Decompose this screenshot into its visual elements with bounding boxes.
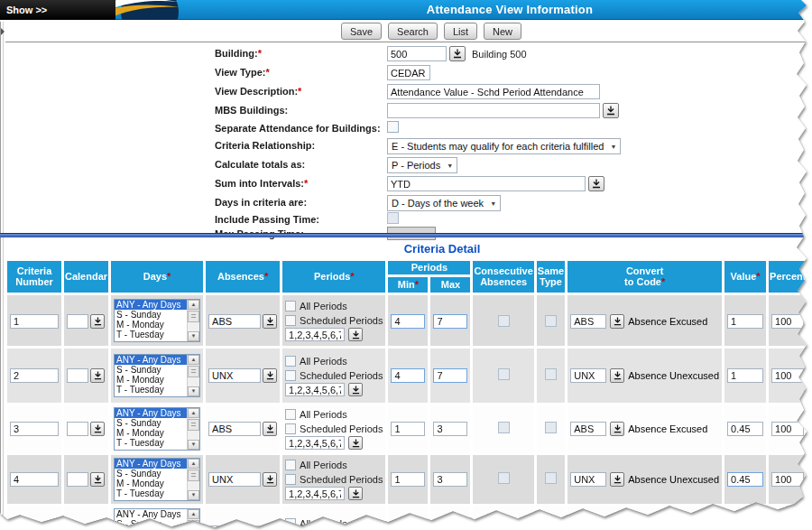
scheduled-periods-checkbox[interactable] — [285, 474, 296, 485]
min-periods-input[interactable] — [391, 314, 425, 329]
view-description-input[interactable] — [387, 84, 600, 99]
calendar-lookup-button[interactable] — [90, 422, 105, 436]
new-button[interactable]: New — [484, 23, 521, 40]
mbs-buildings-lookup-button[interactable] — [603, 103, 619, 118]
scroll-down-icon[interactable]: ▼ — [188, 331, 199, 341]
absence-lookup-button[interactable] — [263, 472, 277, 487]
days-option-sunday[interactable]: S - Sunday — [115, 310, 187, 320]
listbox-scrollbar[interactable]: ▲▼ — [187, 408, 199, 450]
min-periods-input[interactable] — [391, 368, 425, 383]
building-input[interactable] — [387, 46, 447, 61]
building-lookup-button[interactable] — [449, 46, 466, 61]
days-listbox[interactable]: ANY - Any Days S - Sunday M - Monday T -… — [114, 354, 200, 397]
calendar-input[interactable] — [67, 422, 88, 436]
scroll-up-icon[interactable]: ▲ — [188, 408, 199, 418]
scroll-up-icon[interactable]: ▲ — [188, 355, 199, 365]
periods-list-input[interactable] — [285, 328, 345, 341]
criteria-number-input[interactable] — [10, 422, 59, 436]
value-input[interactable] — [727, 525, 763, 530]
convert-code-input[interactable] — [570, 525, 606, 530]
calendar-lookup-button[interactable] — [90, 368, 105, 383]
min-periods-input[interactable] — [391, 525, 425, 530]
listbox-scrollbar[interactable]: ▲▼ — [187, 459, 199, 500]
convert-code-lookup-button[interactable] — [610, 422, 624, 436]
percent-input[interactable] — [771, 525, 804, 530]
scroll-down-icon[interactable]: ▼ — [188, 440, 199, 450]
periods-list-input[interactable] — [285, 383, 345, 396]
periods-list-input[interactable] — [285, 487, 345, 500]
listbox-scrollbar[interactable]: ▲▼ — [187, 355, 199, 396]
periods-lookup-button[interactable] — [348, 487, 363, 500]
days-listbox[interactable]: ANY - Any Days S - Sunday M - Monday T -… — [114, 458, 200, 501]
scroll-up-icon[interactable]: ▲ — [188, 459, 199, 469]
value-input[interactable] — [727, 422, 763, 436]
percent-input[interactable] — [771, 314, 804, 329]
days-option-tuesday[interactable]: T - Tuesday — [115, 330, 187, 339]
absence-code-input[interactable] — [208, 525, 261, 530]
max-periods-input[interactable] — [433, 422, 467, 436]
periods-list-input[interactable] — [285, 436, 345, 450]
calendar-lookup-button[interactable] — [90, 525, 105, 530]
all-periods-checkbox[interactable] — [285, 409, 296, 420]
calendar-lookup-button[interactable] — [90, 314, 105, 329]
periods-lookup-button[interactable] — [348, 328, 363, 341]
convert-code-lookup-button[interactable] — [610, 525, 624, 530]
calendar-input[interactable] — [67, 368, 88, 383]
convert-code-lookup-button[interactable] — [610, 368, 624, 383]
scroll-up-icon[interactable]: ▲ — [188, 509, 199, 519]
calendar-lookup-button[interactable] — [90, 472, 105, 487]
convert-code-lookup-button[interactable] — [610, 314, 624, 329]
scroll-thumb[interactable] — [188, 311, 199, 322]
value-input[interactable] — [727, 368, 763, 383]
scheduled-periods-checkbox[interactable] — [285, 423, 296, 434]
sum-intervals-lookup-button[interactable] — [588, 176, 604, 191]
separate-attendance-checkbox[interactable] — [387, 121, 399, 133]
convert-code-input[interactable] — [570, 422, 606, 436]
listbox-scrollbar[interactable]: ▲▼ — [187, 300, 199, 341]
convert-code-input[interactable] — [570, 472, 606, 487]
criteria-number-input[interactable] — [10, 525, 59, 530]
scroll-thumb[interactable] — [188, 419, 199, 431]
calendar-input[interactable] — [67, 525, 88, 530]
scheduled-periods-checkbox[interactable] — [285, 315, 296, 326]
search-button[interactable]: Search — [388, 23, 438, 40]
criteria-number-input[interactable] — [10, 472, 59, 487]
absence-code-input[interactable] — [208, 368, 261, 383]
scroll-thumb[interactable] — [188, 520, 199, 530]
save-button[interactable]: Save — [341, 23, 382, 40]
min-periods-input[interactable] — [391, 422, 425, 436]
show-panel-button[interactable]: Show >> — [0, 0, 115, 20]
convert-code-input[interactable] — [570, 314, 606, 329]
calendar-input[interactable] — [67, 314, 88, 329]
scroll-down-icon[interactable]: ▼ — [188, 386, 199, 396]
absence-lookup-button[interactable] — [263, 368, 277, 383]
periods-lookup-button[interactable] — [348, 383, 363, 396]
view-type-input[interactable] — [387, 65, 430, 80]
days-in-criteria-select[interactable]: D - Days of the week — [387, 195, 501, 211]
criteria-number-input[interactable] — [10, 368, 59, 383]
absence-lookup-button[interactable] — [263, 314, 277, 329]
all-periods-checkbox[interactable] — [285, 301, 296, 311]
all-periods-checkbox[interactable] — [285, 460, 296, 470]
scroll-thumb[interactable] — [188, 470, 199, 481]
frame-grip-icon[interactable] — [1, 28, 5, 35]
calendar-input[interactable] — [67, 472, 88, 487]
min-periods-input[interactable] — [391, 472, 425, 487]
absence-code-input[interactable] — [208, 314, 261, 329]
max-periods-input[interactable] — [433, 314, 467, 329]
days-option-monday[interactable]: M - Monday — [115, 320, 187, 330]
listbox-scrollbar[interactable]: ▲▼ — [187, 509, 199, 530]
periods-lookup-button[interactable] — [348, 436, 363, 450]
scroll-down-icon[interactable]: ▼ — [188, 490, 199, 500]
max-periods-input[interactable] — [433, 472, 467, 487]
value-input[interactable] — [727, 314, 763, 329]
calculate-totals-select[interactable]: P - Periods — [387, 157, 457, 173]
absence-code-input[interactable] — [208, 472, 261, 487]
scroll-thumb[interactable] — [188, 366, 199, 377]
include-passing-checkbox[interactable] — [387, 212, 399, 224]
list-button[interactable]: List — [444, 23, 477, 40]
days-listbox[interactable]: ANY - Any Days S - Sunday M - Monday T -… — [114, 508, 200, 530]
all-periods-checkbox[interactable] — [285, 518, 296, 529]
convert-code-input[interactable] — [570, 368, 606, 383]
days-listbox[interactable]: ANY - Any Days S - Sunday M - Monday T -… — [114, 299, 200, 342]
